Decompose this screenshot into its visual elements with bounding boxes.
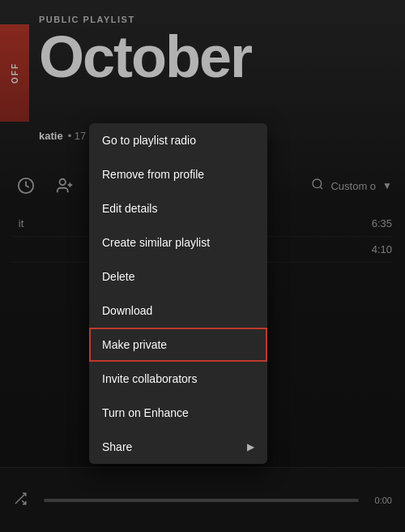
menu-item-label: Create similar playlist [102,236,210,249]
menu-item-delete[interactable]: Delete [89,260,267,294]
menu-item-label: Turn on Enhance [102,406,189,419]
menu-item-share[interactable]: Share▶ [89,430,267,464]
menu-item-label: Share [102,440,132,453]
menu-item-label: Download [102,304,152,317]
menu-item-invite-collaborators[interactable]: Invite collaborators [89,362,267,396]
menu-item-label: Delete [102,270,134,283]
menu-item-label: Go to playlist radio [102,134,196,147]
menu-item-label: Remove from profile [102,168,204,181]
menu-item-edit-details[interactable]: Edit details [89,191,267,225]
menu-item-label: Invite collaborators [102,372,198,385]
menu-item-go-to-playlist-radio[interactable]: Go to playlist radio [89,123,267,157]
chevron-right-icon: ▶ [247,441,254,453]
context-menu: Go to playlist radioRemove from profileE… [89,123,267,464]
menu-item-remove-from-profile[interactable]: Remove from profile [89,157,267,191]
menu-item-download[interactable]: Download [89,294,267,328]
menu-item-turn-on-enhance[interactable]: Turn on Enhance [89,396,267,430]
menu-item-label: Edit details [102,202,157,215]
menu-item-make-private[interactable]: Make private [89,328,267,362]
menu-item-label: Make private [102,338,167,351]
menu-item-create-similar-playlist[interactable]: Create similar playlist [89,225,267,260]
